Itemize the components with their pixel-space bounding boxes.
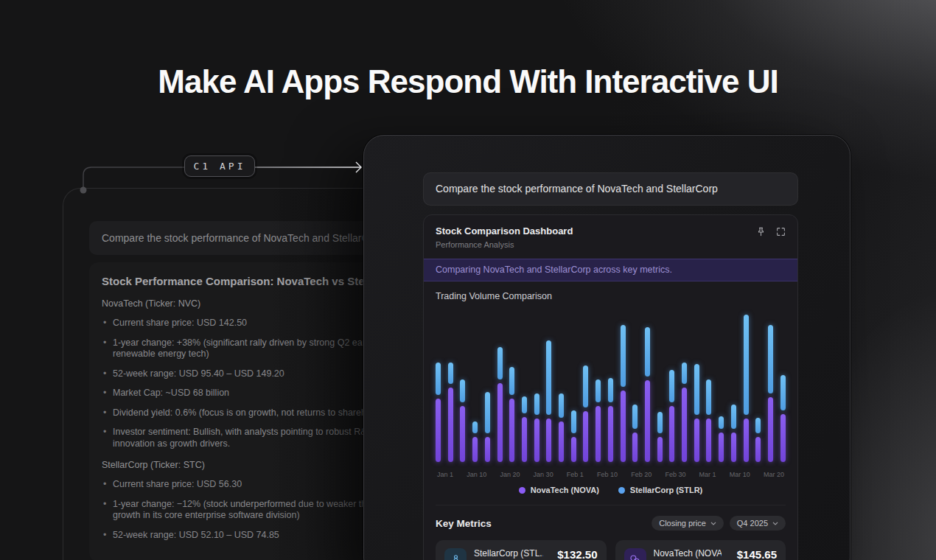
bar-group[interactable] [768, 306, 773, 462]
bar-group[interactable] [669, 306, 674, 462]
x-axis-label: Jan 30 [534, 471, 553, 478]
dashboard-header: Stock Comparison Dashboard Performance A… [424, 215, 797, 249]
stellarcorp-bar-segment [682, 363, 687, 384]
stellarcorp-bar-segment [719, 416, 724, 429]
dashboard-title: Stock Comparison Dashboard [436, 225, 573, 237]
stellarcorp-bar-segment [706, 379, 711, 415]
bar-group[interactable] [755, 306, 761, 462]
x-axis-label: Feb 30 [665, 471, 685, 478]
dropdown-label: Closing price [659, 519, 706, 528]
dropdown-label: Q4 2025 [737, 519, 768, 528]
bar-group[interactable] [744, 306, 749, 462]
key-metrics-header: Key Metrics Closing priceQ4 2025 [436, 505, 786, 531]
bar-group[interactable] [534, 306, 539, 462]
bar-group[interactable] [682, 306, 687, 462]
chevron-down-icon [710, 522, 716, 525]
stellarcorp-bar-segment [509, 367, 514, 395]
bar-group[interactable] [596, 306, 601, 462]
bar-group[interactable] [780, 306, 786, 462]
stellarcorp-bar-segment [657, 412, 663, 433]
stock-name: StellarCorp (STL... [474, 548, 543, 559]
pin-icon[interactable] [756, 227, 766, 237]
x-axis-label: Jan 20 [500, 471, 520, 478]
interactive-ui-device: Compare the stock performance of NovaTec… [363, 135, 851, 560]
bar-group[interactable] [632, 306, 638, 462]
metric-select-dropdown[interactable]: Closing price [652, 516, 724, 531]
chevron-down-icon [772, 522, 778, 525]
novatech-bar-segment [621, 391, 626, 462]
novatech-bar-segment [731, 433, 736, 462]
bar-group[interactable] [694, 306, 699, 462]
stock-metric-card[interactable]: NovaTech (NOVA)Volume Traded:$145.65↑ $3… [615, 540, 786, 560]
prompt-input[interactable]: Compare the stock performance of NovaTec… [423, 172, 798, 206]
legend-label: StellarCorp (STLR) [630, 486, 702, 494]
bar-group[interactable] [621, 306, 626, 462]
molecule-icon [450, 553, 462, 560]
stellarcorp-bar-segment [669, 370, 674, 402]
x-axis-label: Feb 1 [567, 471, 584, 478]
stellarcorp-bar-segment [571, 410, 576, 434]
bar-group[interactable] [657, 306, 663, 462]
stellarcorp-bar-segment [583, 365, 588, 407]
x-axis-label: Mar 10 [730, 471, 750, 478]
c1-api-badge: C1 API [184, 155, 255, 177]
novatech-bar-segment [460, 406, 465, 462]
linked-circles-icon [629, 553, 641, 560]
stellarcorp-bar-segment [780, 375, 786, 410]
stellarcorp-bar-segment [694, 364, 699, 415]
novatech-bar-segment [632, 433, 638, 462]
stock-icon [444, 548, 467, 560]
novatech-bar-segment [436, 399, 441, 462]
novatech-bar-segment [645, 380, 650, 462]
dashboard-subtitle: Performance Analysis [436, 240, 573, 249]
novatech-bar-segment [509, 399, 514, 462]
x-axis-label: Jan 1 [437, 471, 453, 478]
bar-group[interactable] [472, 306, 478, 462]
bar-group[interactable] [706, 306, 711, 462]
stellarcorp-bar-segment [621, 325, 626, 387]
novatech-bar-segment [497, 383, 503, 462]
x-axis-label: Jan 10 [467, 471, 486, 478]
novatech-bar-segment [571, 437, 576, 462]
bar-group[interactable] [719, 306, 724, 462]
bar-group[interactable] [546, 306, 551, 462]
legend-item: StellarCorp (STLR) [618, 486, 702, 494]
stock-info: NovaTech (NOVA)Volume Traded: [654, 548, 722, 560]
stellarcorp-bar-segment [596, 379, 601, 403]
bar-group[interactable] [436, 306, 441, 462]
expand-icon[interactable] [776, 227, 786, 237]
bar-group[interactable] [509, 306, 514, 462]
stellarcorp-bar-segment [731, 405, 736, 430]
bar-group[interactable] [448, 306, 453, 462]
novatech-bar-segment [522, 417, 527, 462]
x-axis-label: Feb 20 [631, 471, 652, 478]
bar-group[interactable] [460, 306, 465, 462]
stock-icon [624, 548, 646, 560]
stellarcorp-bar-segment [559, 393, 564, 419]
novatech-bar-segment [694, 419, 699, 462]
novatech-bar-segment [485, 437, 490, 462]
bar-group[interactable] [608, 306, 613, 462]
novatech-bar-segment [559, 421, 564, 462]
legend-label: NovaTech (NOVA) [531, 486, 599, 494]
bar-group[interactable] [571, 306, 576, 462]
bar-group[interactable] [497, 306, 503, 462]
stellarcorp-bar-segment [460, 379, 465, 403]
stock-values: $132.50↓ $2.00 (-2.45%) [543, 548, 597, 560]
bar-group[interactable] [522, 306, 527, 462]
x-axis-label: Feb 10 [597, 471, 618, 478]
stock-metric-card[interactable]: StellarCorp (STL...Volume Traded:$132.50… [436, 540, 607, 560]
novatech-bar-segment [546, 419, 551, 462]
bar-group[interactable] [645, 306, 650, 462]
bar-group[interactable] [731, 306, 736, 462]
chart-legend: NovaTech (NOVA)StellarCorp (STLR) [424, 486, 797, 494]
novatech-bar-segment [608, 406, 613, 462]
stellarcorp-bar-segment [744, 315, 749, 416]
bar-group[interactable] [485, 306, 490, 462]
bar-group[interactable] [583, 306, 588, 462]
period-select-dropdown[interactable]: Q4 2025 [730, 516, 786, 531]
bar-group[interactable] [559, 306, 564, 462]
stellarcorp-bar-segment [632, 405, 638, 430]
stellarcorp-bar-segment [436, 363, 441, 395]
stellarcorp-bar-segment [448, 363, 453, 384]
